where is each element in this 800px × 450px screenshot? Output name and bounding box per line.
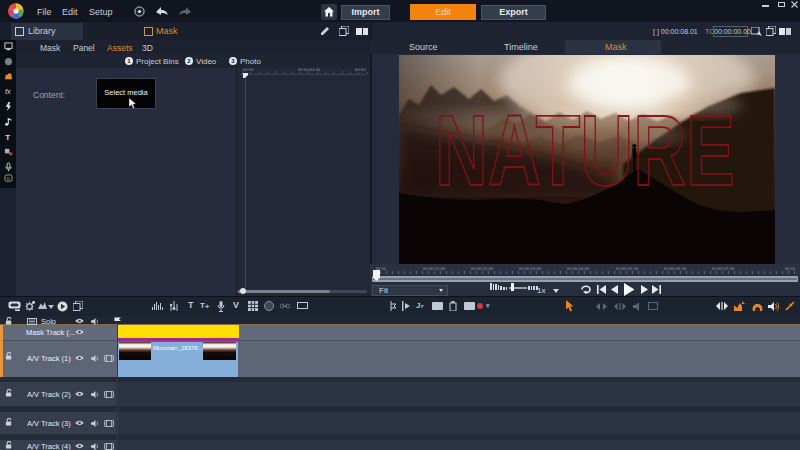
- svg-text:T: T: [5, 133, 10, 142]
- svg-text:fx: fx: [5, 87, 11, 96]
- svg-text:u: u: [7, 175, 10, 181]
- svg-text:NATURE: NATURE: [435, 94, 735, 206]
